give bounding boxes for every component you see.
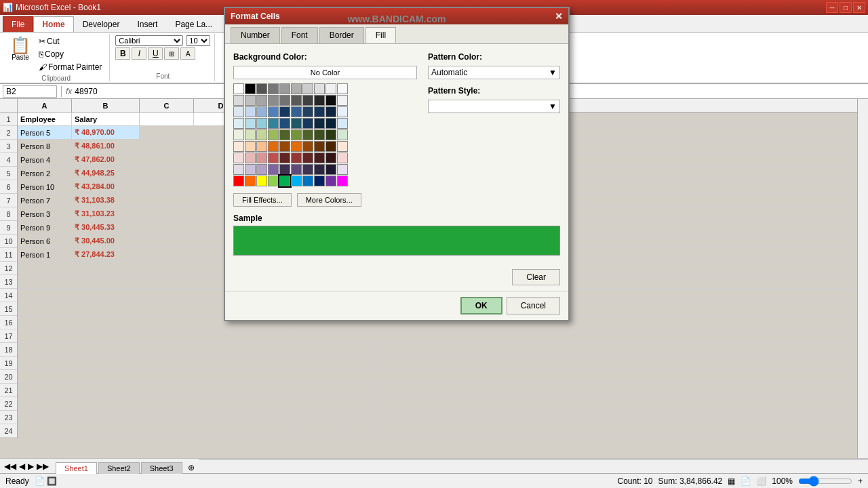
color-swatch-8-1[interactable] bbox=[245, 176, 256, 186]
dialog-close-button[interactable]: ✕ bbox=[555, 11, 563, 22]
color-swatch-0-5[interactable] bbox=[291, 83, 302, 94]
color-swatch-1-3[interactable] bbox=[268, 95, 279, 106]
color-swatch-0-2[interactable] bbox=[256, 83, 267, 94]
color-swatch-5-0[interactable] bbox=[233, 141, 244, 152]
color-swatch-0-7[interactable] bbox=[314, 83, 325, 94]
color-swatch-0-4[interactable] bbox=[279, 83, 290, 94]
color-swatch-8-0[interactable] bbox=[233, 176, 244, 186]
color-swatch-8-2[interactable] bbox=[256, 176, 267, 186]
color-swatch-6-1[interactable] bbox=[245, 152, 256, 163]
color-swatch-2-1[interactable] bbox=[245, 106, 256, 117]
dialog-tab-number[interactable]: Number bbox=[231, 27, 280, 43]
color-swatch-5-8[interactable] bbox=[326, 141, 336, 152]
pattern-color-dropdown[interactable]: Automatic ▼ bbox=[428, 66, 560, 79]
color-swatch-0-0[interactable] bbox=[233, 83, 244, 94]
color-swatch-7-6[interactable] bbox=[302, 164, 313, 175]
no-color-button[interactable]: No Color bbox=[233, 66, 417, 79]
color-swatch-8-9[interactable] bbox=[337, 176, 348, 186]
color-swatch-4-4[interactable] bbox=[279, 129, 290, 140]
color-swatch-3-8[interactable] bbox=[326, 118, 336, 129]
color-swatch-3-1[interactable] bbox=[245, 118, 256, 129]
color-swatch-6-8[interactable] bbox=[326, 152, 336, 163]
color-swatch-1-1[interactable] bbox=[245, 95, 256, 106]
color-swatch-3-4[interactable] bbox=[279, 118, 290, 129]
dialog-tab-border[interactable]: Border bbox=[319, 27, 364, 43]
color-swatch-1-4[interactable] bbox=[279, 95, 290, 106]
color-swatch-3-2[interactable] bbox=[256, 118, 267, 129]
color-swatch-5-3[interactable] bbox=[268, 141, 279, 152]
color-swatch-8-4[interactable] bbox=[279, 176, 290, 186]
color-swatch-7-4[interactable] bbox=[279, 164, 290, 175]
color-swatch-1-0[interactable] bbox=[233, 95, 244, 106]
color-swatch-6-9[interactable] bbox=[337, 152, 348, 163]
color-swatch-2-5[interactable] bbox=[291, 106, 302, 117]
cancel-button[interactable]: Cancel bbox=[507, 297, 560, 314]
color-swatch-6-5[interactable] bbox=[291, 152, 302, 163]
color-swatch-0-3[interactable] bbox=[268, 83, 279, 94]
color-swatch-5-2[interactable] bbox=[256, 141, 267, 152]
color-swatch-4-3[interactable] bbox=[268, 129, 279, 140]
color-swatch-8-8[interactable] bbox=[326, 176, 336, 186]
color-swatch-1-2[interactable] bbox=[256, 95, 267, 106]
color-swatch-8-7[interactable] bbox=[314, 176, 325, 186]
color-swatch-6-4[interactable] bbox=[279, 152, 290, 163]
clear-button[interactable]: Clear bbox=[512, 269, 560, 285]
color-swatch-8-3[interactable] bbox=[268, 176, 279, 186]
dialog-tab-fill[interactable]: Fill bbox=[366, 27, 396, 43]
color-swatch-5-9[interactable] bbox=[337, 141, 348, 152]
color-swatch-7-9[interactable] bbox=[337, 164, 348, 175]
color-swatch-2-6[interactable] bbox=[302, 106, 313, 117]
color-swatch-5-6[interactable] bbox=[302, 141, 313, 152]
color-swatch-8-5[interactable] bbox=[291, 176, 302, 186]
color-swatch-2-9[interactable] bbox=[337, 106, 348, 117]
more-colors-button[interactable]: More Colors... bbox=[297, 193, 361, 207]
color-swatch-0-8[interactable] bbox=[326, 83, 336, 94]
color-swatch-2-8[interactable] bbox=[326, 106, 336, 117]
color-swatch-6-6[interactable] bbox=[302, 152, 313, 163]
color-swatch-0-6[interactable] bbox=[302, 83, 313, 94]
color-swatch-7-3[interactable] bbox=[268, 164, 279, 175]
color-swatch-1-5[interactable] bbox=[291, 95, 302, 106]
color-swatch-6-0[interactable] bbox=[233, 152, 244, 163]
color-swatch-3-0[interactable] bbox=[233, 118, 244, 129]
color-swatch-3-9[interactable] bbox=[337, 118, 348, 129]
color-swatch-3-6[interactable] bbox=[302, 118, 313, 129]
color-swatch-4-9[interactable] bbox=[337, 129, 348, 140]
pattern-style-dropdown[interactable]: ▼ bbox=[428, 100, 560, 113]
fill-effects-button[interactable]: Fill Effects... bbox=[233, 193, 292, 207]
color-swatch-7-1[interactable] bbox=[245, 164, 256, 175]
color-swatch-2-3[interactable] bbox=[268, 106, 279, 117]
ok-button[interactable]: OK bbox=[460, 297, 502, 314]
color-swatch-5-7[interactable] bbox=[314, 141, 325, 152]
color-swatch-5-4[interactable] bbox=[279, 141, 290, 152]
color-swatch-1-7[interactable] bbox=[314, 95, 325, 106]
color-swatch-4-7[interactable] bbox=[314, 129, 325, 140]
color-swatch-7-0[interactable] bbox=[233, 164, 244, 175]
color-swatch-4-6[interactable] bbox=[302, 129, 313, 140]
color-swatch-5-1[interactable] bbox=[245, 141, 256, 152]
color-swatch-4-2[interactable] bbox=[256, 129, 267, 140]
color-swatch-6-7[interactable] bbox=[314, 152, 325, 163]
color-swatch-7-2[interactable] bbox=[256, 164, 267, 175]
color-swatch-6-3[interactable] bbox=[268, 152, 279, 163]
color-swatch-2-7[interactable] bbox=[314, 106, 325, 117]
color-swatch-2-4[interactable] bbox=[279, 106, 290, 117]
color-swatch-7-8[interactable] bbox=[326, 164, 336, 175]
color-swatch-5-5[interactable] bbox=[291, 141, 302, 152]
color-swatch-8-6[interactable] bbox=[302, 176, 313, 186]
color-swatch-7-5[interactable] bbox=[291, 164, 302, 175]
color-swatch-7-7[interactable] bbox=[314, 164, 325, 175]
color-swatch-4-5[interactable] bbox=[291, 129, 302, 140]
dialog-tab-font[interactable]: Font bbox=[281, 27, 318, 43]
color-swatch-4-0[interactable] bbox=[233, 129, 244, 140]
color-swatch-3-7[interactable] bbox=[314, 118, 325, 129]
color-swatch-3-5[interactable] bbox=[291, 118, 302, 129]
color-swatch-1-6[interactable] bbox=[302, 95, 313, 106]
color-swatch-4-1[interactable] bbox=[245, 129, 256, 140]
color-swatch-3-3[interactable] bbox=[268, 118, 279, 129]
color-swatch-0-1[interactable] bbox=[245, 83, 256, 94]
color-swatch-6-2[interactable] bbox=[256, 152, 267, 163]
color-swatch-1-9[interactable] bbox=[337, 95, 348, 106]
color-swatch-2-2[interactable] bbox=[256, 106, 267, 117]
color-swatch-4-8[interactable] bbox=[326, 129, 336, 140]
